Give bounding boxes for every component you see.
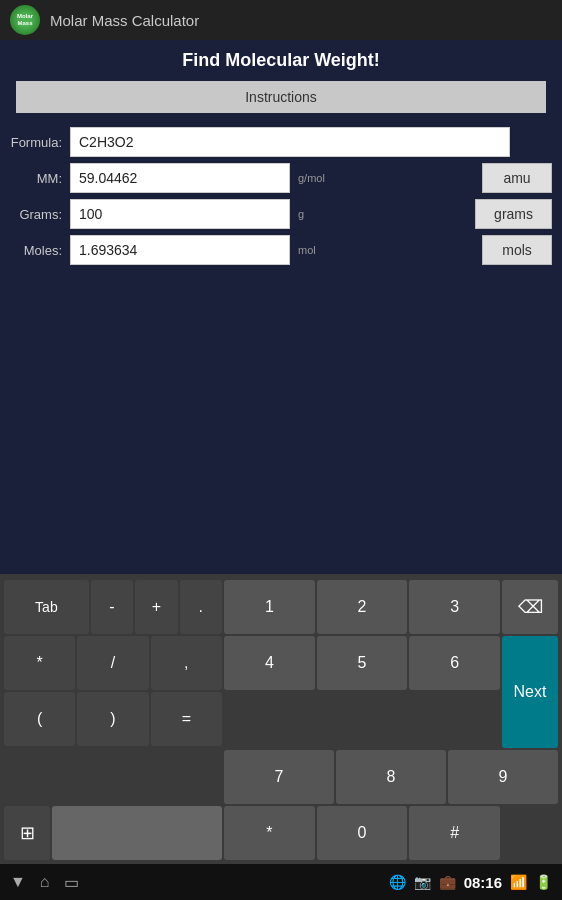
numstar-key[interactable]: * bbox=[224, 806, 315, 860]
amu-button[interactable]: amu bbox=[482, 163, 552, 193]
mm-unit: g/mol bbox=[298, 172, 325, 184]
status-right: 🌐 📷 💼 08:16 📶 🔋 bbox=[389, 874, 552, 891]
tab-key[interactable]: Tab bbox=[4, 580, 89, 634]
num0-key[interactable]: 0 bbox=[317, 806, 408, 860]
grams-input[interactable] bbox=[70, 199, 290, 229]
num6-key[interactable]: 6 bbox=[409, 636, 500, 690]
mm-input-wrap: g/mol bbox=[70, 163, 474, 193]
hash-key[interactable]: # bbox=[409, 806, 500, 860]
num7-key[interactable]: 7 bbox=[224, 750, 334, 804]
num1-key[interactable]: 1 bbox=[224, 580, 315, 634]
asterisk-key[interactable]: * bbox=[4, 636, 75, 690]
briefcase-icon: 💼 bbox=[439, 874, 456, 890]
equals-key[interactable]: = bbox=[151, 692, 222, 746]
home-icon[interactable]: ⌂ bbox=[40, 873, 50, 891]
back-icon[interactable]: ▼ bbox=[10, 873, 26, 891]
num4-key[interactable]: 4 bbox=[224, 636, 315, 690]
app-logo: Molar Mass bbox=[10, 5, 40, 35]
minus-key[interactable]: - bbox=[91, 580, 133, 634]
status-left-icons: ▼ ⌂ ▭ bbox=[10, 873, 79, 892]
mm-label: MM: bbox=[10, 171, 70, 186]
grams-button[interactable]: grams bbox=[475, 199, 552, 229]
top-bar: Molar Mass Molar Mass Calculator bbox=[0, 0, 562, 40]
logo-text: Molar Mass bbox=[17, 13, 33, 27]
wifi-icon: 📶 bbox=[510, 874, 527, 890]
comma-key[interactable]: , bbox=[151, 636, 222, 690]
page-title: Find Molecular Weight! bbox=[0, 40, 562, 81]
formula-input-wrap bbox=[70, 127, 552, 157]
grams-row: Grams: g grams bbox=[10, 199, 552, 229]
grams-input-wrap: g bbox=[70, 199, 467, 229]
backspace-key[interactable]: ⌫ bbox=[502, 580, 558, 634]
num3-key[interactable]: 3 bbox=[409, 580, 500, 634]
recent-apps-icon[interactable]: ▭ bbox=[64, 873, 79, 892]
slash-key[interactable]: / bbox=[77, 636, 148, 690]
status-bar: ▼ ⌂ ▭ 🌐 📷 💼 08:16 📶 🔋 bbox=[0, 864, 562, 900]
grams-unit: g bbox=[298, 208, 304, 220]
num8-key[interactable]: 8 bbox=[336, 750, 446, 804]
mols-button[interactable]: mols bbox=[482, 235, 552, 265]
dot-key[interactable]: . bbox=[180, 580, 222, 634]
formula-row: Formula: bbox=[10, 127, 552, 157]
formula-label: Formula: bbox=[10, 135, 70, 150]
mm-input[interactable] bbox=[70, 163, 290, 193]
num2-key[interactable]: 2 bbox=[317, 580, 408, 634]
formula-input[interactable] bbox=[70, 127, 510, 157]
symbols-key[interactable]: ⊞ bbox=[4, 806, 50, 860]
status-time: 08:16 bbox=[464, 874, 502, 891]
moles-label: Moles: bbox=[10, 243, 70, 258]
num5-key[interactable]: 5 bbox=[317, 636, 408, 690]
globe-icon: 🌐 bbox=[389, 874, 406, 890]
keyboard: Tab - + . 1 2 3 ⌫ * / , bbox=[0, 574, 562, 864]
main-content: Find Molecular Weight! Instructions Form… bbox=[0, 40, 562, 900]
moles-unit: mol bbox=[298, 244, 316, 256]
num9-key[interactable]: 9 bbox=[448, 750, 558, 804]
grams-label: Grams: bbox=[10, 207, 70, 222]
moles-input[interactable] bbox=[70, 235, 290, 265]
battery-icon: 🔋 bbox=[535, 874, 552, 890]
open-paren-key[interactable]: ( bbox=[4, 692, 75, 746]
instructions-label: Instructions bbox=[245, 89, 317, 105]
mm-row: MM: g/mol amu bbox=[10, 163, 552, 193]
app-title: Molar Mass Calculator bbox=[50, 12, 199, 29]
moles-row: Moles: mol mols bbox=[10, 235, 552, 265]
close-paren-key[interactable]: ) bbox=[77, 692, 148, 746]
camera-icon: 📷 bbox=[414, 874, 431, 890]
form-area: Formula: MM: g/mol amu Grams: g grams bbox=[0, 117, 562, 281]
instructions-bar[interactable]: Instructions bbox=[16, 81, 546, 113]
plus-key[interactable]: + bbox=[135, 580, 177, 634]
next-key[interactable]: Next bbox=[502, 636, 558, 748]
moles-input-wrap: mol bbox=[70, 235, 474, 265]
